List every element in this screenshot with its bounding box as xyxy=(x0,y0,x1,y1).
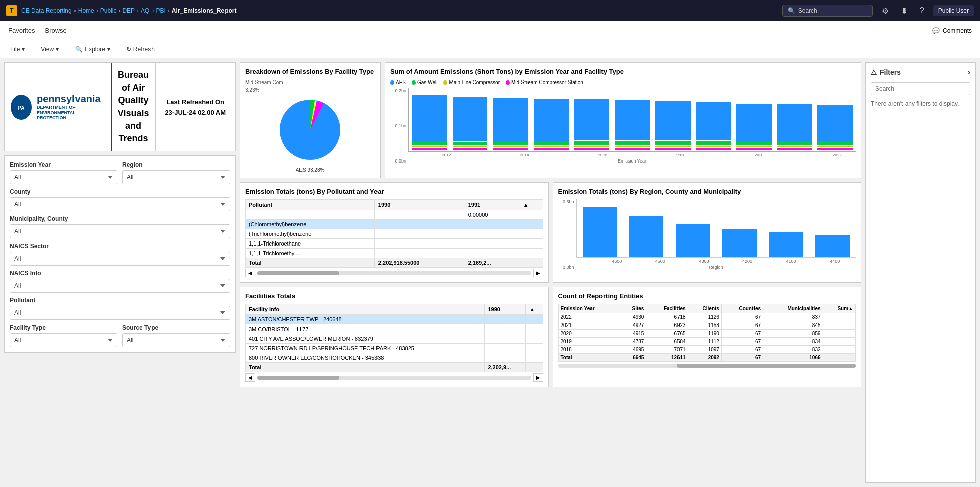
bar-chart-area-wrapper: 0.2bn 0.1bn 0.0bn xyxy=(390,88,856,164)
pa-text: pennsylvania DEPARTMENT OF ENVIRONMENTAL… xyxy=(37,93,105,121)
chevron-down-icon: ▾ xyxy=(56,46,59,53)
cell-sites: 4927 xyxy=(620,321,646,330)
list-item[interactable]: 800 RIVER OWNER LLC/CONSHOHOCKEN - 34533… xyxy=(246,353,543,363)
table-row[interactable]: (Chloromethyl)benzene xyxy=(246,220,543,229)
cell-val xyxy=(374,239,465,249)
breadcrumb-aq[interactable]: AQ xyxy=(141,7,149,14)
table-row[interactable]: 2020 4915 6765 1190 67 859 xyxy=(558,330,856,338)
file-menu-btn[interactable]: File ▾ xyxy=(6,44,29,55)
title-section: Bureau of Air Quality Visuals and Trends xyxy=(112,63,156,151)
col-1990-header: 1990 xyxy=(374,200,465,210)
scroll-bar[interactable] xyxy=(257,271,531,275)
bar-2012-gas xyxy=(412,141,447,145)
legend-aes: AES xyxy=(390,79,406,85)
cell-year: 2020 xyxy=(558,330,620,338)
breadcrumb-dep[interactable]: DEP xyxy=(122,7,135,14)
naics-info-label: NAICS Info xyxy=(10,270,230,277)
right-panel-title: ⧊ Filters › xyxy=(871,68,970,77)
cell-facilities: 6718 xyxy=(646,313,688,321)
table-row[interactable]: 2021 4927 6923 1158 67 845 xyxy=(558,321,856,330)
list-item[interactable]: 727 NORRISTOWN RD LP/SPRINGHOUSE TECH PA… xyxy=(246,344,543,353)
emission-table-scroll[interactable]: Pollutant 1990 1991 ▲ 0.00000 xyxy=(245,199,543,268)
naics-info-select[interactable]: All xyxy=(10,279,230,293)
y-label-bot: 0.0bn xyxy=(390,158,406,164)
table-row[interactable]: 1,1,1-Trichloroethyl... xyxy=(246,249,543,258)
facility-type-select[interactable]: All xyxy=(10,333,117,347)
emission-table: Pollutant 1990 1991 ▲ 0.00000 xyxy=(245,199,543,268)
cell-sites: 4930 xyxy=(620,313,646,321)
fac-scroll-left[interactable]: ◀ xyxy=(245,373,255,382)
facility-val xyxy=(485,315,526,324)
pollutant-select[interactable]: All xyxy=(10,306,230,320)
table-row[interactable]: 2022 4930 6718 1126 67 837 xyxy=(558,313,856,321)
expand-filters-btn[interactable]: › xyxy=(968,68,970,77)
explore-btn[interactable]: 🔍 Explore ▾ xyxy=(71,44,114,55)
municipality-select[interactable]: All xyxy=(10,224,230,238)
table-row[interactable]: (Trichloromethyl)benzene xyxy=(246,229,543,239)
fac-scroll-right[interactable]: ▶ xyxy=(533,373,543,382)
fac-scrollbar[interactable] xyxy=(257,376,531,380)
col-sum-header: Sum▲ xyxy=(823,304,855,313)
filter-search-input[interactable] xyxy=(871,82,970,95)
facility-name: 401 CITY AVE ASSOC/LOWER MERION - 832379 xyxy=(246,334,485,344)
download-icon[interactable]: ⬇ xyxy=(898,5,911,17)
region-x-4600: 4600 xyxy=(596,259,638,264)
table-row[interactable]: 0.00000 xyxy=(246,210,543,220)
table-row[interactable]: 2019 4787 6584 1112 67 834 xyxy=(558,338,856,346)
breadcrumb-home[interactable]: Home xyxy=(78,7,94,14)
cell-val2: 0.00000 xyxy=(465,210,520,220)
bar-4500 xyxy=(629,216,663,257)
naics-sector-label: NAICS Sector xyxy=(10,242,230,250)
x-label-2016: 2016 xyxy=(584,153,622,157)
view-menu-btn[interactable]: View ▾ xyxy=(37,44,63,55)
facility-name: 800 RIVER OWNER LLC/CONSHOHOCKEN - 34533… xyxy=(246,353,485,363)
list-item[interactable]: 3M CO/BRISTOL - 1177 xyxy=(246,324,543,334)
facilities-table-scroll[interactable]: Facility Info 1990 ▲ 3M ASTON/CHESTER TW… xyxy=(245,304,543,372)
nav-browse[interactable]: Browse xyxy=(45,27,66,34)
region-x-4400: 4400 xyxy=(813,259,856,264)
facility-extra xyxy=(526,324,543,334)
refresh-btn[interactable]: ↻ Refresh xyxy=(122,44,159,55)
total-facilities: 12611 xyxy=(646,354,688,362)
scroll-right-btn[interactable]: ▶ xyxy=(533,269,543,277)
table-row[interactable]: 1,1,1-Trichloroethane xyxy=(246,239,543,249)
legend-gas: Gas Well xyxy=(412,79,437,85)
settings-icon[interactable]: ⚙ xyxy=(879,5,892,17)
table-row[interactable]: 2018 4695 7071 1097 67 832 xyxy=(558,346,856,354)
naics-sector-select[interactable]: All xyxy=(10,252,230,266)
stacked-bar-chart-card: Sum of Amount Emissions (Short Tons) by … xyxy=(385,62,861,178)
no-filters-msg: There aren't any filters to display. xyxy=(871,100,970,107)
cell-sites: 4695 xyxy=(620,346,646,354)
region-select[interactable]: All xyxy=(122,170,230,184)
county-label: County xyxy=(10,188,230,195)
scroll-indicator: ▲ xyxy=(520,200,543,210)
filter-naics-info: NAICS Info All xyxy=(10,270,230,293)
source-type-select[interactable]: All xyxy=(122,333,230,347)
facilities-total-row: Total 2,202,9... xyxy=(246,363,543,372)
count-table-scroll[interactable]: Emission Year Sites Facilities Clients C… xyxy=(558,304,856,362)
county-select[interactable]: All xyxy=(10,197,230,211)
breadcrumb-app[interactable]: CE Data Reporting xyxy=(21,7,72,14)
cell-empty xyxy=(520,249,543,258)
pa-logo: PA pennsylvania DEPARTMENT OF ENVIRONMEN… xyxy=(5,63,112,151)
global-search[interactable]: 🔍 Search xyxy=(782,5,873,17)
facility-extra xyxy=(526,344,543,353)
help-icon[interactable]: ? xyxy=(917,5,927,16)
nav-favorites[interactable]: Favorites xyxy=(8,27,35,34)
cell-empty xyxy=(520,220,543,229)
count-scrollbar[interactable] xyxy=(558,364,856,368)
region-bar-title: Emission Totals (tons) By Region, County… xyxy=(558,188,856,195)
scroll-left-btn[interactable]: ◀ xyxy=(245,269,255,277)
list-item[interactable]: 3M ASTON/CHESTER TWP - 240648 xyxy=(246,315,543,324)
emission-totals-title: Emission Totals (tons) By Pollutant and … xyxy=(245,188,543,195)
region-bar-4200 xyxy=(718,229,761,257)
bar-4300 xyxy=(676,224,710,257)
list-item[interactable]: 401 CITY AVE ASSOC/LOWER MERION - 832379 xyxy=(246,334,543,344)
right-filters-panel: ⧊ Filters › There aren't any filters to … xyxy=(865,62,976,483)
breadcrumb-pbi[interactable]: PBI xyxy=(156,7,165,14)
x-label-2022: 2022 xyxy=(818,153,856,157)
breadcrumb-public[interactable]: Public xyxy=(100,7,117,14)
legend-dot-aes xyxy=(390,80,394,85)
cell-sum xyxy=(823,313,855,321)
emission-year-select[interactable]: All xyxy=(10,170,117,184)
